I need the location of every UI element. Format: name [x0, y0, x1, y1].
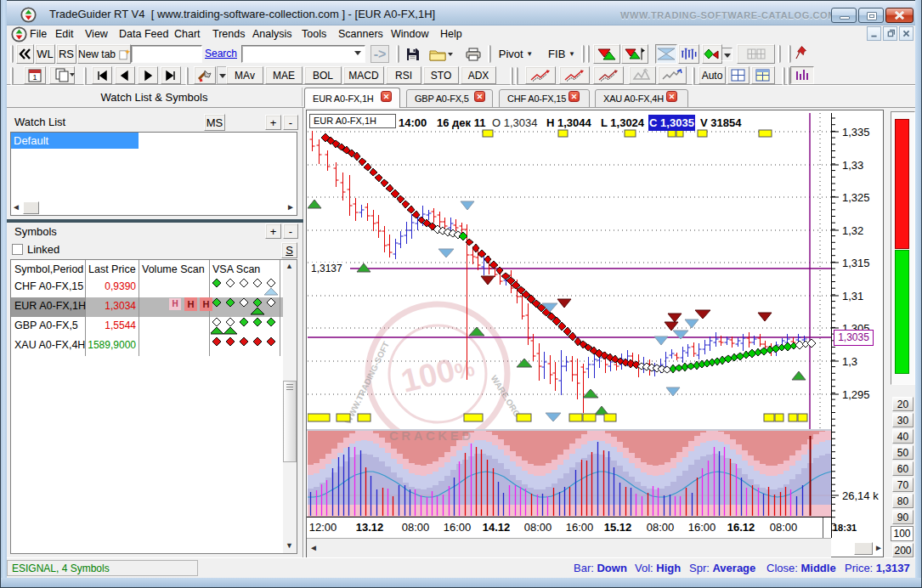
- svg-text:1,33: 1,33: [842, 159, 863, 172]
- svg-text:100%: 100%: [398, 347, 478, 399]
- svg-text:1,335: 1,335: [842, 126, 870, 139]
- svg-text:1,32: 1,32: [842, 224, 863, 237]
- svg-text:WWW.TRADING-SOFT: WWW.TRADING-SOFT: [343, 340, 391, 425]
- svg-text:1,325: 1,325: [842, 191, 870, 204]
- svg-text:1,3: 1,3: [842, 355, 857, 368]
- svg-text:1,315: 1,315: [842, 257, 870, 269]
- svg-text:1,295: 1,295: [842, 388, 870, 401]
- svg-text:1: 1: [32, 73, 37, 82]
- svg-text:26,14 k: 26,14 k: [842, 489, 879, 502]
- svg-text:1,31: 1,31: [842, 290, 863, 302]
